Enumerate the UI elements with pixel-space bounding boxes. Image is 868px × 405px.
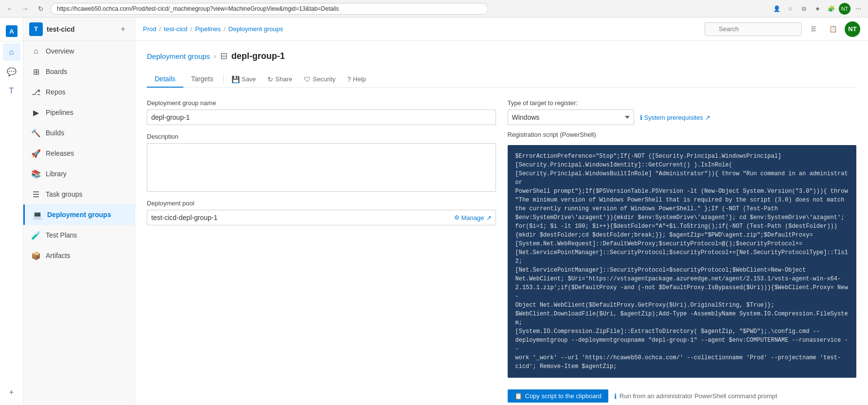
manage-label: Manage <box>461 214 484 221</box>
breadcrumb-test-cicd[interactable]: test-cicd <box>164 25 187 33</box>
copy-btn-row: 📋 Copy script to the clipboard ℹ Run fro… <box>508 389 857 403</box>
teams-icon[interactable]: T <box>3 82 20 100</box>
script-box: $ErrorActionPreference="Stop";If(-NOT ([… <box>508 145 857 378</box>
sidebar-label-test-plans: Test Plans <box>46 231 77 239</box>
sidebar-item-builds[interactable]: 🔨 Builds <box>23 123 135 143</box>
pipelines-icon: ▶ <box>31 108 41 117</box>
builds-icon: 🔨 <box>31 129 41 138</box>
home-icon[interactable]: ⌂ <box>3 43 20 61</box>
breadcrumb-deployment-groups[interactable]: Deployment groups <box>229 25 283 33</box>
pool-group: Deployment pool test-cicd-depl-group-1 ⚙… <box>147 200 496 225</box>
deployment-groups-icon: 💻 <box>33 210 42 220</box>
share-action[interactable]: ↻ Share <box>262 72 298 87</box>
favorite-icon[interactable]: ★ <box>812 3 823 15</box>
add-icon[interactable]: + <box>3 384 20 401</box>
tab-icon[interactable]: ⧉ <box>798 3 810 15</box>
library-icon: 📚 <box>31 169 41 179</box>
forward-button[interactable]: → <box>19 3 31 15</box>
group-icon: ⊟ <box>220 51 228 61</box>
sidebar-label-task-groups: Task groups <box>46 190 82 198</box>
security-label: Security <box>313 75 336 83</box>
sidebar-item-deployment-groups[interactable]: 💻 Deployment groups <box>23 204 135 225</box>
sidebar-item-test-plans[interactable]: 🧪 Test Plans <box>23 225 135 245</box>
run-info-icon: ℹ <box>614 392 617 400</box>
clipboard-button[interactable]: 📋 <box>825 21 841 37</box>
script-group: Registration script (PowerShell) $ErrorA… <box>508 131 857 378</box>
ado-logo[interactable]: A <box>0 21 23 41</box>
url-bar[interactable]: https://hcaweb50.ochca.com/Prod/test-cic… <box>51 3 488 15</box>
chat-icon[interactable]: 💬 <box>3 63 20 80</box>
copy-btn-label: Copy script to the clipboard <box>525 392 602 400</box>
name-input[interactable] <box>147 110 496 125</box>
sys-prereq-label: System prerequisites <box>644 114 703 121</box>
refresh-button[interactable]: ↻ <box>35 3 47 15</box>
target-type-select[interactable]: Windows Linux <box>508 110 634 125</box>
extension-icon[interactable]: 🧩 <box>825 3 837 15</box>
form-left: Deployment group name Description Deploy… <box>147 99 496 403</box>
sidebar-item-artifacts[interactable]: 📦 Artifacts <box>23 245 135 266</box>
sidebar-item-task-groups[interactable]: ☰ Task groups <box>23 184 135 204</box>
top-bar: Prod / test-cicd / Pipelines / Deploymen… <box>135 18 868 41</box>
list-view-button[interactable]: ☰ <box>806 21 821 37</box>
global-sidebar: A ⌂ 💬 T + <box>0 18 23 405</box>
save-action[interactable]: 💾 Save <box>226 72 262 87</box>
search-input[interactable] <box>705 22 802 36</box>
sidebar-item-library[interactable]: 📚 Library <box>23 164 135 184</box>
security-icon: 🛡 <box>304 75 311 83</box>
tab-targets[interactable]: Targets <box>183 71 221 88</box>
name-group: Deployment group name <box>147 99 496 125</box>
run-info: ℹ Run from an administrator PowerShell c… <box>614 392 777 400</box>
browser-action-buttons: 👤 ☆ ⧉ ★ 🧩 NT ⋯ <box>771 3 864 15</box>
tab-details[interactable]: Details <box>147 71 183 88</box>
url-text: https://hcaweb50.ochca.com/Prod/test-cic… <box>57 5 339 12</box>
avatar[interactable]: NT <box>845 21 860 37</box>
back-to-deployment-groups[interactable]: Deployment groups <box>147 52 210 60</box>
back-button[interactable]: ← <box>4 3 16 15</box>
breadcrumb-sep-3: / <box>224 25 226 33</box>
name-label: Deployment group name <box>147 99 496 107</box>
info-icon: ℹ <box>640 114 642 121</box>
target-select-row: Windows Linux ℹ System prerequisites ↗ <box>508 110 857 125</box>
tabs-bar: Details Targets 💾 Save ↻ Share 🛡 Securit… <box>147 71 856 88</box>
description-textarea[interactable] <box>147 143 496 192</box>
target-type-label: Type of target to register: <box>508 99 857 107</box>
pool-name: test-cicd-depl-group-1 <box>151 214 450 221</box>
breadcrumb: Prod / test-cicd / Pipelines / Deploymen… <box>143 25 705 33</box>
breadcrumb-prod[interactable]: Prod <box>143 25 156 33</box>
sidebar-label-deployment-groups: Deployment groups <box>47 211 111 219</box>
project-sidebar: T test-cicd + ⌂ Overview ⊞ Boards ⎇ Repo… <box>23 18 135 405</box>
sidebar-item-pipelines[interactable]: ▶ Pipelines <box>23 102 135 123</box>
sidebar-label-library: Library <box>46 170 67 178</box>
breadcrumb-arrow: › <box>214 52 216 60</box>
sidebar-item-boards[interactable]: ⊞ Boards <box>23 61 135 82</box>
project-nav: ⌂ Overview ⊞ Boards ⎇ Repos ▶ Pipelines … <box>23 41 135 266</box>
sidebar-item-overview[interactable]: ⌂ Overview <box>23 41 135 61</box>
breadcrumb-pipelines[interactable]: Pipelines <box>195 25 221 33</box>
top-bar-right: 🔍 ☰ 📋 NT <box>705 21 860 37</box>
sidebar-item-releases[interactable]: 🚀 Releases <box>23 143 135 164</box>
main-content: Prod / test-cicd / Pipelines / Deploymen… <box>135 18 868 405</box>
star-icon[interactable]: ☆ <box>784 3 796 15</box>
ado-logo-icon: A <box>6 25 18 37</box>
project-add-button[interactable]: + <box>117 23 129 35</box>
sidebar-item-repos[interactable]: ⎇ Repos <box>23 82 135 102</box>
page-content: Deployment groups › ⊟ depl-group-1 Detai… <box>135 41 868 405</box>
sidebar-label-overview: Overview <box>46 47 74 55</box>
sidebar-label-artifacts: Artifacts <box>46 252 71 259</box>
description-label: Description <box>147 133 496 140</box>
manage-link[interactable]: ⚙ Manage ↗ <box>454 214 492 221</box>
artifacts-icon: 📦 <box>31 251 41 260</box>
avatar-icon[interactable]: NT <box>839 3 850 15</box>
form-layout: Deployment group name Description Deploy… <box>147 99 856 403</box>
form-right: Type of target to register: Windows Linu… <box>508 99 857 403</box>
security-action[interactable]: 🛡 Security <box>298 72 341 87</box>
profile-icon[interactable]: 👤 <box>771 3 782 15</box>
menu-icon[interactable]: ⋯ <box>852 3 864 15</box>
help-action[interactable]: ? Help <box>341 72 372 87</box>
sidebar-label-releases: Releases <box>46 149 74 157</box>
tab-divider <box>223 74 224 84</box>
sys-prereq-link[interactable]: ℹ System prerequisites ↗ <box>640 114 710 121</box>
copy-script-button[interactable]: 📋 Copy script to the clipboard <box>508 389 609 403</box>
description-group: Description <box>147 133 496 192</box>
boards-icon: ⊞ <box>31 67 41 76</box>
